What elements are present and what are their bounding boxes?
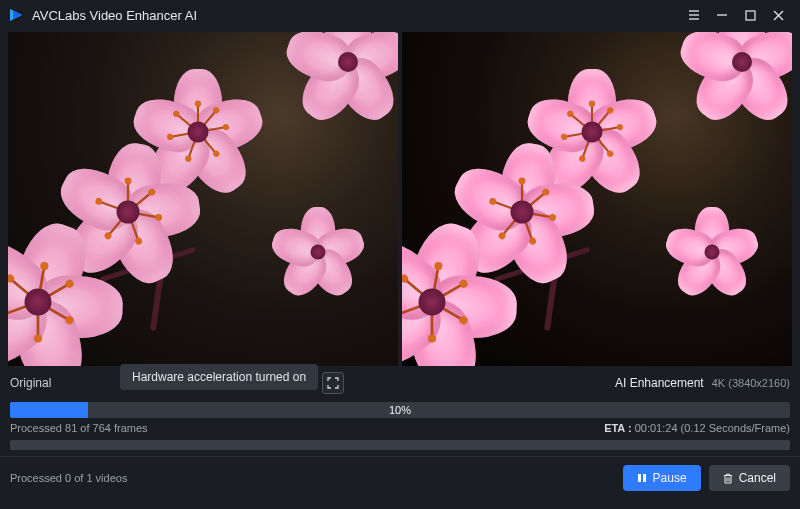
preview-info-row: Original Hardware acceleration turned on… <box>0 366 800 398</box>
preview-compare <box>8 32 792 366</box>
preview-enhanced <box>402 32 792 366</box>
videos-status: Processed 0 of 1 videos <box>10 472 623 484</box>
menu-button[interactable] <box>680 1 708 29</box>
footer: Processed 0 of 1 videos Pause Cancel <box>0 456 800 501</box>
pause-button[interactable]: Pause <box>623 465 701 491</box>
cancel-button-label: Cancel <box>739 471 776 485</box>
pause-icon <box>637 473 647 483</box>
fullscreen-toggle-button[interactable] <box>322 372 344 394</box>
maximize-button[interactable] <box>736 1 764 29</box>
progress-percent-label: 10% <box>389 404 411 416</box>
cancel-button[interactable]: Cancel <box>709 465 790 491</box>
original-label: Original <box>10 376 51 390</box>
titlebar: AVCLabs Video Enhancer AI <box>0 0 800 30</box>
minimize-button[interactable] <box>708 1 736 29</box>
enhancement-label: AI Enhancement <box>615 376 704 390</box>
svg-rect-6 <box>746 11 755 20</box>
progress-block: 10% Processed 81 of 764 frames ETA : 00:… <box>0 398 800 450</box>
svg-marker-1 <box>13 11 22 19</box>
frames-progress-bar: 10% <box>10 402 790 418</box>
svg-rect-9 <box>638 474 641 482</box>
resolution-label: 4K (3840x2160) <box>712 377 790 389</box>
pause-button-label: Pause <box>653 471 687 485</box>
app-title: AVCLabs Video Enhancer AI <box>32 8 197 23</box>
app-logo-icon <box>8 7 24 23</box>
trash-icon <box>723 473 733 484</box>
preview-original <box>8 32 398 366</box>
close-button[interactable] <box>764 1 792 29</box>
svg-rect-10 <box>643 474 646 482</box>
frames-status: Processed 81 of 764 frames <box>10 422 148 434</box>
eta-text: ETA : 00:01:24 (0.12 Seconds/Frame) <box>604 422 790 434</box>
videos-progress-bar <box>10 440 790 450</box>
